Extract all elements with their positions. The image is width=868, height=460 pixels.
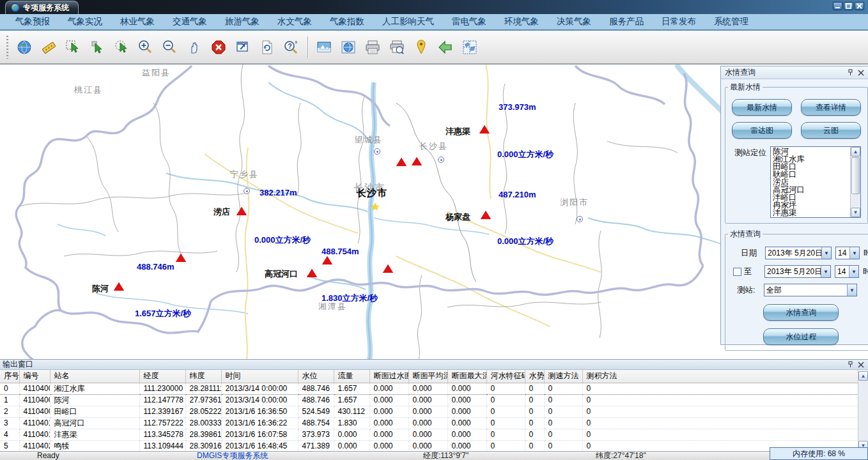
identify-icon[interactable]: ? ±	[279, 34, 304, 60]
menu-item-4[interactable]: 旅游气象	[216, 14, 268, 29]
to-checkbox[interactable]	[733, 268, 741, 276]
chevron-down-icon[interactable]: ▼	[849, 247, 859, 259]
chevron-down-icon[interactable]: ▼	[847, 284, 856, 296]
station-marker-triangle[interactable]	[322, 256, 332, 264]
panel-close-icon[interactable]	[856, 68, 865, 77]
station-list-item[interactable]: 沣惠渠	[773, 209, 849, 217]
column-header[interactable]: 河水特征码	[486, 370, 525, 383]
station-combo[interactable]: 全部 ▼	[764, 284, 857, 296]
pin-icon[interactable]	[846, 360, 855, 369]
menu-item-2[interactable]: 林业气象	[111, 14, 164, 29]
export-window-icon[interactable]	[231, 34, 255, 60]
date-label: 日期	[741, 248, 765, 259]
window-title: 专项服务系统	[23, 3, 69, 13]
menu-item-9[interactable]: 环境气象	[495, 14, 548, 29]
chevron-down-icon[interactable]: ▼	[821, 247, 831, 259]
output-close-icon[interactable]	[856, 360, 865, 369]
column-header[interactable]: 测速方法	[544, 370, 582, 383]
table-row[interactable]: 541104022鸣犊113.10944428.3091672013/1/6 1…	[0, 440, 858, 451]
globe-icon[interactable]	[12, 34, 36, 60]
scroll-thumb[interactable]	[851, 157, 860, 194]
column-header[interactable]: 水势	[525, 370, 544, 383]
table-row[interactable]: 141104002陈河112.14777827.9736112013/3/14 …	[0, 394, 858, 406]
column-header[interactable]: 断面平均流	[408, 370, 447, 383]
station-marker-triangle[interactable]	[307, 269, 317, 277]
back-icon[interactable]	[433, 34, 458, 60]
menu-item-0[interactable]: 气象预报	[6, 14, 59, 29]
pointer-icon[interactable]	[85, 34, 109, 60]
menu-item-11[interactable]: 服务产品	[600, 14, 653, 29]
column-header[interactable]: 流量	[334, 370, 369, 383]
station-marker-triangle[interactable]	[236, 207, 247, 215]
column-header[interactable]: 断面过水面	[369, 370, 408, 383]
station-marker-triangle[interactable]	[383, 264, 393, 273]
station-marker-triangle[interactable]	[114, 282, 124, 291]
date-combo[interactable]: 2013年 5月20日 ▼	[765, 247, 832, 259]
chevron-down-icon[interactable]: ▼	[821, 266, 830, 277]
water-query-button[interactable]: 水情查询	[763, 304, 839, 321]
menu-item-7[interactable]: 人工影响天气	[373, 14, 443, 29]
station-marker-triangle[interactable]	[176, 254, 186, 262]
column-header[interactable]: 时间	[221, 370, 298, 383]
output-table[interactable]: 序号编号站名经度纬度时间水位流量断面过水面断面平均流断面最大流河水特征码水势测速…	[0, 370, 858, 451]
print-preview-icon[interactable]	[385, 34, 409, 60]
select-circle-icon[interactable]	[109, 34, 134, 60]
select-feature-icon[interactable]	[61, 34, 85, 60]
measure-icon[interactable]	[36, 34, 61, 60]
zoom-in-icon[interactable]	[134, 34, 158, 60]
station-marker-triangle[interactable]	[479, 125, 490, 134]
stop-icon[interactable]	[206, 34, 231, 60]
scroll-up-icon[interactable]: ▲	[858, 371, 868, 381]
menu-item-3[interactable]: 交通气象	[164, 14, 216, 29]
date2-combo[interactable]: 2013年 5月20日 ▼	[764, 265, 831, 278]
minimize-button[interactable]	[833, 2, 842, 10]
refresh-icon[interactable]	[255, 34, 279, 60]
station-marker-triangle[interactable]	[481, 211, 491, 219]
table-row[interactable]: 441104017沣惠渠113.34527828.3986112013/1/6 …	[0, 429, 858, 440]
menu-item-12[interactable]: 日常发布	[653, 14, 705, 29]
water-annotation: 488.746m	[137, 262, 174, 272]
hour-combo[interactable]: 14 ▼	[835, 247, 860, 259]
menu-item-10[interactable]: 决策气象	[548, 14, 600, 29]
station-marker-triangle[interactable]	[412, 157, 422, 165]
chevron-down-icon[interactable]: ▼	[849, 266, 858, 277]
column-header[interactable]: 站名	[50, 370, 139, 383]
column-header[interactable]: 测积方法	[582, 370, 858, 383]
menu-item-6[interactable]: 气象指数	[321, 14, 373, 29]
water-level-process-button[interactable]: 水位过程	[763, 328, 839, 345]
overview-map-icon[interactable]	[458, 34, 482, 60]
table-row[interactable]: 341104010高冠河口112.75722228.0033332013/1/6…	[0, 417, 858, 429]
output-scrollbar[interactable]: ▲ ▼	[858, 371, 868, 451]
station-listbox[interactable]: 陈河湘江水库田峪口耿峪口涝店高冠河口沣峪口冉家坪沣惠渠 ▲ ▼	[770, 146, 861, 218]
latest-water-button[interactable]: 最新水情	[732, 99, 792, 116]
column-header[interactable]: 水位	[298, 370, 334, 383]
column-header[interactable]: 纬度	[185, 370, 221, 383]
scroll-down-icon[interactable]: ▼	[851, 208, 860, 217]
close-button[interactable]	[855, 2, 864, 10]
cloud-map-button[interactable]: 云图	[801, 122, 861, 139]
table-row[interactable]: 041104002湘江水库111.23000028.2811112013/3/1…	[0, 383, 858, 394]
column-header[interactable]: 断面最大流	[447, 370, 486, 383]
station-list-scrollbar[interactable]: ▲ ▼	[850, 147, 860, 217]
menu-item-8[interactable]: 雷电气象	[443, 14, 495, 29]
locate-pin-icon[interactable]	[409, 34, 433, 60]
menu-item-5[interactable]: 水文气象	[268, 14, 321, 29]
column-header[interactable]: 编号	[19, 370, 50, 383]
radar-chart-button[interactable]: 雷达图	[732, 122, 792, 139]
menu-item-1[interactable]: 气象实况	[59, 14, 111, 29]
scroll-up-icon[interactable]: ▲	[851, 147, 860, 157]
column-header[interactable]: 序号	[0, 370, 19, 383]
globe-layer-icon[interactable]	[336, 34, 360, 60]
station-marker-triangle[interactable]	[396, 158, 407, 166]
maximize-button[interactable]	[844, 2, 853, 10]
image-icon[interactable]	[312, 34, 336, 60]
table-row[interactable]: 241104004田峪口112.33916728.0522222013/1/6 …	[0, 406, 858, 417]
menu-item-13[interactable]: 系统管理	[705, 14, 757, 29]
column-header[interactable]: 经度	[139, 370, 185, 383]
hour2-combo[interactable]: 14 ▼	[835, 265, 859, 278]
pin-icon[interactable]	[846, 68, 855, 77]
view-details-button[interactable]: 查看详情	[801, 99, 861, 116]
print-icon[interactable]	[360, 34, 385, 60]
pan-icon[interactable]	[182, 34, 206, 60]
zoom-out-icon[interactable]	[158, 34, 182, 60]
